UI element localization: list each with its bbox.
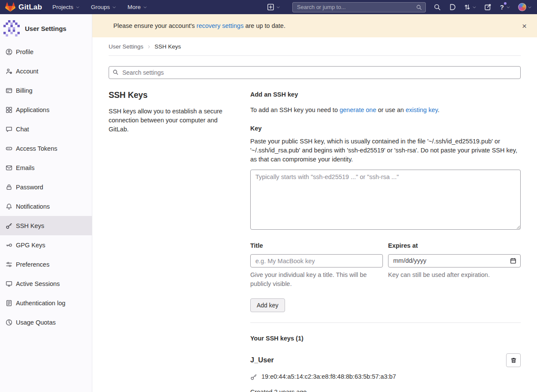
generate-one-link[interactable]: generate one <box>340 106 376 113</box>
nav-groups-dropdown[interactable]: Groups <box>91 4 116 10</box>
gitlab-tanuki-icon <box>5 2 15 12</box>
chevron-down-icon <box>506 5 510 9</box>
intro-text: or use an <box>376 106 406 113</box>
applications-icon <box>6 106 12 113</box>
access-tokens-icon <box>6 145 12 152</box>
sidebar-item-billing[interactable]: Billing <box>0 81 92 100</box>
nav-more-dropdown[interactable]: More <box>127 4 147 10</box>
chevron-down-icon <box>112 5 116 9</box>
settings-search-input[interactable] <box>109 66 521 79</box>
title-input[interactable] <box>250 254 383 267</box>
breadcrumb-current: SSH Keys <box>155 43 181 50</box>
issues-icon <box>449 3 456 11</box>
breadcrumb: User Settings SSH Keys <box>109 37 521 56</box>
nav-groups-label: Groups <box>91 4 110 10</box>
plus-square-icon <box>267 3 274 11</box>
title-field-group: Title Give your individual key a title. … <box>250 241 383 289</box>
existing-key-link[interactable]: existing key <box>406 106 438 113</box>
global-search <box>292 2 426 12</box>
account-icon <box>6 68 12 75</box>
sidebar-item-usage-quotas[interactable]: Usage Quotas <box>0 313 92 332</box>
breadcrumb-user-settings[interactable]: User Settings <box>109 43 143 50</box>
ssh-keys-section: SSH Keys SSH keys allow you to establish… <box>109 90 521 392</box>
authentication-log-icon <box>6 300 12 307</box>
sidebar-title: User Settings <box>25 25 67 32</box>
primary-nav: Projects Groups More <box>52 4 147 10</box>
search-icon <box>416 4 422 10</box>
expires-date-input[interactable]: mm/dd/yyyy <box>388 254 521 267</box>
key-fingerprint-row: 19:e0:44:a5:14:c2:3a:e8:f8:48:8b:63:5b:5… <box>250 372 521 381</box>
nav-projects-dropdown[interactable]: Projects <box>52 4 80 10</box>
active-sessions-icon <box>6 280 12 287</box>
sidebar-item-applications[interactable]: Applications <box>0 100 92 119</box>
chevron-down-icon <box>143 5 147 9</box>
sidebar-item-password[interactable]: Password <box>0 177 92 197</box>
sidebar-item-label: Authentication log <box>16 300 65 307</box>
section-description: SSH keys allow you to establish a secure… <box>109 107 237 134</box>
sidebar-item-ssh-keys[interactable]: SSH Keys <box>0 216 92 235</box>
banner-text-after: are up to date. <box>243 22 285 29</box>
recovery-settings-link[interactable]: recovery settings <box>197 22 244 29</box>
ssh-key-list-item: J_User 19:e0:44:a5:14:c2:3a:e8:f8:48:8b:… <box>250 353 521 392</box>
nav-more-label: More <box>127 4 141 10</box>
help-icon <box>499 3 505 11</box>
search-button[interactable] <box>434 3 441 11</box>
user-avatar <box>518 3 526 11</box>
alert-banner: Please ensure your account's recovery se… <box>92 14 537 37</box>
sidebar-item-label: Access Tokens <box>16 145 57 152</box>
form-intro: To add an SSH key you need to generate o… <box>250 106 521 115</box>
global-search-input[interactable] <box>297 4 416 10</box>
merge-requests-dropdown[interactable] <box>464 3 476 11</box>
expires-field-help: Key can still be used after expiration. <box>388 270 521 280</box>
merge-requests-icon <box>464 3 471 11</box>
sidebar-item-label: Chat <box>16 126 29 133</box>
sidebar-item-label: Active Sessions <box>16 280 60 287</box>
sidebar-item-authentication-log[interactable]: Authentication log <box>0 293 92 313</box>
sidebar-item-label: Usage Quotas <box>16 319 56 326</box>
intro-text: . <box>438 106 440 113</box>
search-icon <box>434 3 441 11</box>
sidebar-item-profile[interactable]: Profile <box>0 42 92 61</box>
brand-title: GitLab <box>18 3 42 12</box>
settings-sidebar: User Settings Profile Account Billing Ap… <box>0 14 92 392</box>
billing-icon <box>6 87 12 94</box>
sidebar-item-access-tokens[interactable]: Access Tokens <box>0 139 92 158</box>
key-icon <box>250 374 257 380</box>
usage-quotas-icon <box>6 319 12 326</box>
section-intro: SSH Keys SSH keys allow you to establish… <box>109 90 250 134</box>
trash-icon <box>510 357 517 364</box>
add-key-button[interactable]: Add key <box>250 298 285 312</box>
sidebar-item-notifications[interactable]: Notifications <box>0 197 92 216</box>
password-lock-icon <box>6 184 12 191</box>
sidebar-item-preferences[interactable]: Preferences <box>0 255 92 274</box>
todos-edit-icon <box>484 3 491 11</box>
issues-button[interactable] <box>449 3 456 11</box>
sidebar-item-account[interactable]: Account <box>0 61 92 81</box>
key-entry-header: J_User <box>250 353 521 367</box>
user-menu-dropdown[interactable] <box>518 3 532 11</box>
help-dropdown[interactable] <box>499 3 510 11</box>
settings-search <box>109 66 521 79</box>
sidebar-item-chat[interactable]: Chat <box>0 119 92 139</box>
preferences-icon <box>6 261 12 268</box>
gitlab-home-link[interactable]: GitLab <box>5 2 42 12</box>
navbar-icon-group <box>434 3 532 11</box>
new-item-dropdown[interactable] <box>267 3 280 11</box>
chevron-right-icon <box>147 45 151 49</box>
ssh-key-textarea[interactable] <box>250 170 521 230</box>
banner-message: Please ensure your account's recovery se… <box>113 22 285 29</box>
sidebar-item-label: GPG Keys <box>16 242 46 249</box>
key-fingerprint: 19:e0:44:a5:14:c2:3a:e8:f8:48:8b:63:5b:5… <box>261 372 396 381</box>
search-icon <box>112 69 118 75</box>
title-expires-row: Title Give your individual key a title. … <box>250 241 521 289</box>
sidebar-item-active-sessions[interactable]: Active Sessions <box>0 274 92 293</box>
sidebar-item-label: Emails <box>16 164 35 171</box>
todos-button[interactable] <box>484 3 491 11</box>
sidebar-item-emails[interactable]: Emails <box>0 158 92 177</box>
key-field-label: Key <box>250 124 521 133</box>
banner-close-button[interactable]: × <box>519 21 529 31</box>
intro-text: To add an SSH key you need to <box>250 106 340 113</box>
sidebar-item-gpg-keys[interactable]: GPG Keys <box>0 235 92 255</box>
notifications-bell-icon <box>6 203 12 210</box>
delete-key-button[interactable] <box>506 353 521 367</box>
